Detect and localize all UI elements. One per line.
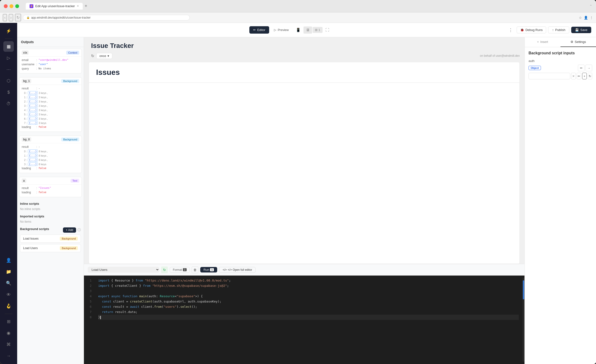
mobile-device-button[interactable]: 📱 [293, 26, 303, 34]
list-item: 0 : {...} 8 keys , [24, 149, 79, 153]
right-panel: + Insert ⚙ Settings Background script in… [524, 37, 596, 364]
close-button[interactable] [4, 4, 8, 8]
clear-resource-button[interactable]: ✕ [571, 73, 576, 79]
publish-button[interactable]: ↑ Publish [548, 26, 569, 33]
info-icon[interactable]: ⓘ [77, 228, 81, 232]
add-bg-script-button[interactable]: + Add [63, 227, 76, 233]
ctx-block-badge: Context [66, 51, 79, 55]
desktop-device-button[interactable]: 🖥 [304, 26, 312, 34]
sidebar-github-icon[interactable]: ⌘ [3, 339, 14, 350]
editor-label: Editor [257, 28, 265, 32]
sidebar-divider-2 [5, 314, 12, 314]
sidebar-variables-icon[interactable]: $ [3, 87, 14, 97]
sidebar-webhook-icon[interactable]: 🪝 [3, 301, 14, 311]
canvas-refresh-button[interactable]: ↻ [89, 52, 96, 59]
arrow-button[interactable]: → [586, 65, 592, 71]
sidebar-eye-icon[interactable]: 👁 [3, 290, 14, 300]
debug-label: Debug Runs [525, 28, 543, 32]
code-line-3 [98, 289, 519, 294]
list-item: 5 : {...} 3 keys , [24, 112, 79, 116]
ctx-email-key: email [22, 58, 35, 62]
object-badge[interactable]: Object [529, 66, 541, 70]
load-users-script-item[interactable]: Load Users Background [20, 244, 81, 252]
code-area[interactable]: 1 2 3 4 5 6 7 8 import [84, 275, 524, 364]
url-bar[interactable]: 🔒 app.windmill.dev/apps/edit/u/user/issu… [23, 15, 190, 21]
code-refresh-button[interactable]: ↻ [161, 267, 168, 273]
load-users-script-name: Load Users [23, 246, 38, 250]
open-full-editor-label: </> Open full editor [228, 268, 252, 272]
refresh-resource-button[interactable]: ↻ [588, 73, 592, 79]
main-sidebar: ⚡ ▦ ▷ ⋯ ⬡ $ ⏱ 👤 📁 🔍 👁 🪝 ⊞ ◉ ⌘ → [0, 23, 17, 364]
settings-tab[interactable]: ⚙ Settings [560, 37, 596, 47]
app-toolbar: Issue Tracker ✏ Editor ▷ Preview 📱 🖥 [17, 23, 596, 37]
bookmark-icon[interactable]: ☆ [579, 16, 582, 20]
open-full-editor-button[interactable]: </> </> Open full editor [219, 267, 256, 273]
bg0-block-badge: Background [61, 138, 79, 141]
code-line-2: import { createClient } from "https://es… [98, 283, 519, 289]
script-select[interactable]: Load Users [88, 267, 159, 273]
bg0-loading-row: loading : false [22, 167, 79, 170]
edit-resource-button[interactable]: ✏ [577, 73, 581, 79]
a-result-row: result : "Issues" [22, 186, 79, 190]
resource-input[interactable]: u/user/my_sup... [529, 73, 570, 79]
sidebar-audit-icon[interactable]: 🔍 [3, 278, 14, 289]
app-window: ⚡ Edit App u/user/issue-tracker ✕ + ⌃ ‹ … [0, 0, 596, 364]
code-line-1: import { Resource } from "https://deno.l… [98, 278, 519, 283]
ctx-block-id: ctx [22, 51, 29, 55]
bg0-block-id: bg_0 [22, 137, 31, 141]
load-users-script-badge: Background [60, 246, 78, 250]
debug-runs-button[interactable]: 🐞 Debug Runs [517, 26, 546, 33]
once-dropdown[interactable]: once ▾ [96, 53, 112, 59]
preview-label: Preview [278, 28, 289, 32]
navigation-bar: ‹ › ↻ 🔒 app.windmill.dev/apps/edit/u/use… [0, 12, 596, 23]
insert-plus-icon: + [537, 40, 539, 44]
sidebar-users-icon[interactable]: 👤 [3, 255, 14, 266]
reload-button[interactable]: ↻ [15, 14, 21, 21]
minimize-button[interactable] [9, 4, 13, 8]
sidebar-arrow-icon[interactable]: → [3, 351, 14, 361]
sidebar-schedules-icon[interactable]: ⏱ [3, 98, 14, 109]
sidebar-discord-icon[interactable]: ◉ [3, 328, 14, 338]
add-resource-button[interactable]: + [582, 73, 587, 79]
right-panel-content: Background script inputs auth Object ✏ → [525, 47, 596, 364]
list-item: 6 : {...} 3 keys , [24, 117, 79, 120]
bg1-block-content: result : - 0 : {...} 3 keys , [19, 85, 82, 132]
profile-icon[interactable]: 👤 [584, 16, 588, 20]
active-browser-tab[interactable]: ⚡ Edit App u/user/issue-tracker ✕ [26, 3, 83, 9]
preview-tab-button[interactable]: ▷ Preview [270, 26, 292, 34]
tab-close-button[interactable]: ✕ [77, 5, 79, 8]
window-controls: ⌃ [589, 4, 592, 8]
more-options-button[interactable]: ⋮ [507, 26, 515, 34]
sidebar-scripts-icon[interactable]: ▷ [3, 53, 14, 63]
maximize-button[interactable] [15, 4, 19, 8]
layout-info-button[interactable]: ⊞ 1 [313, 27, 323, 33]
edit-type-button[interactable]: ✏ [578, 65, 585, 71]
forward-button[interactable]: › [9, 14, 13, 21]
back-button[interactable]: ‹ [3, 14, 7, 21]
bg1-block-header: bg_1 Background [19, 77, 82, 85]
code-scrollbar[interactable] [522, 278, 524, 362]
fullscreen-button[interactable]: ⛶ [323, 26, 332, 34]
sidebar-logo-icon[interactable]: ⚡ [3, 26, 14, 36]
ctx-block-header: ctx Context [19, 49, 82, 57]
new-tab-button[interactable]: + [85, 4, 87, 8]
sidebar-flows-icon[interactable]: ⋯ [3, 64, 14, 74]
format-button[interactable]: Format 1 [170, 267, 190, 273]
sidebar-folders-icon[interactable]: 📁 [3, 267, 14, 277]
delete-script-button[interactable]: 🗑 [192, 267, 198, 273]
app-name-input[interactable]: Issue Tracker [22, 28, 74, 32]
sidebar-grid-icon[interactable]: ⊞ [3, 316, 14, 327]
run-button[interactable]: Run 1 [200, 267, 217, 273]
ctx-query-row: query : No items [22, 67, 79, 70]
sidebar-apps-icon[interactable]: ▦ [3, 41, 14, 52]
menu-icon[interactable]: ⋮ [590, 16, 593, 20]
publish-icon: ↑ [552, 28, 554, 32]
code-line-6: const result = await client.from("users"… [98, 304, 519, 309]
sidebar-resources-icon[interactable]: ⬡ [3, 75, 14, 86]
insert-tab[interactable]: + Insert [525, 37, 560, 47]
editor-tab-button[interactable]: ✏ Editor [249, 26, 269, 34]
load-issues-script-item[interactable]: Load Issues Background [20, 235, 81, 243]
main-content: Issue Tracker ✏ Editor ▷ Preview 📱 🖥 [17, 23, 596, 364]
bg1-result-key: result [22, 87, 35, 90]
save-button[interactable]: 💾 Save [571, 27, 591, 33]
